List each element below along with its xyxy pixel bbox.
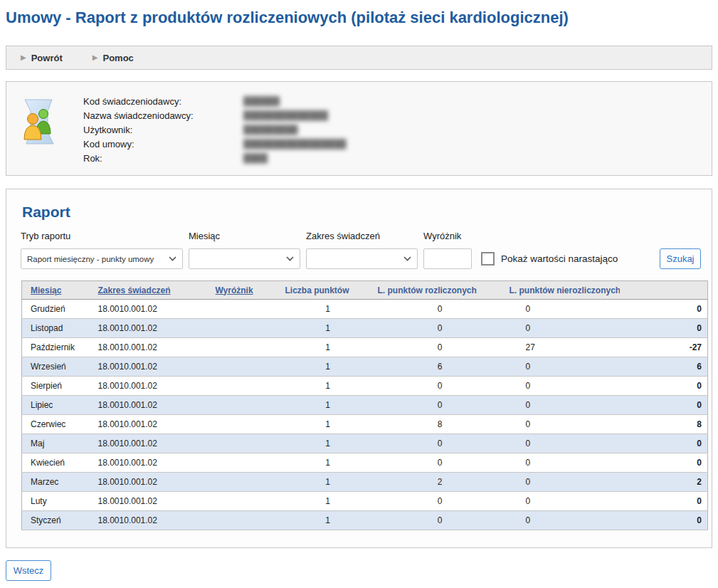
- cell-wyroznik: [207, 396, 282, 415]
- cell-punkty-nierozliczone: 27: [506, 338, 620, 357]
- cell-wyroznik: [207, 434, 282, 453]
- cell-punkty-rozliczone: 0: [374, 396, 506, 415]
- cell-punkty-rozliczone: 0: [374, 492, 506, 511]
- wyroznik-input[interactable]: [423, 248, 472, 269]
- cell-miesiac: Lipiec: [22, 396, 93, 415]
- report-table: Miesiąc Zakres świadczeń Wyróżnik Liczba…: [21, 280, 708, 530]
- cell-miesiac: Luty: [22, 492, 93, 511]
- filter-tryb-raportu: Tryb raportu Raport miesięczny - punkty …: [21, 231, 183, 269]
- info-row-kod-umowy: Kod umowy: █████████████████: [83, 137, 347, 151]
- szukaj-button[interactable]: Szukaj: [660, 248, 701, 269]
- cell-zakres-swiadczen: 18.0010.001.02: [93, 396, 207, 415]
- cell-zakres-swiadczen: 18.0010.001.02: [93, 377, 207, 396]
- cell-zakres-swiadczen: 18.0010.001.02: [93, 338, 207, 357]
- cell-saldo: 0: [620, 434, 708, 453]
- cell-punkty-nierozliczone: 0: [506, 319, 620, 338]
- cell-punkty-nierozliczone: 0: [506, 453, 620, 473]
- info-row-kod-swiadczeniodawcy: Kod świadczeniodawcy: ██████: [83, 94, 347, 108]
- field-label: Kod umowy:: [83, 139, 243, 149]
- cell-wyroznik: [207, 338, 282, 357]
- cell-punkty-nierozliczone: 0: [506, 492, 620, 511]
- cell-punkty-rozliczone: 0: [374, 434, 506, 453]
- cell-liczba-punktow: 1: [282, 453, 374, 473]
- toolbar-button-pomoc[interactable]: ▶ Pomoc: [93, 53, 134, 63]
- table-row: Listopad 18.0010.001.02 1 0 0 0: [22, 319, 708, 338]
- cell-wyroznik: [207, 357, 282, 377]
- table-row: Lipiec 18.0010.001.02 1 0 0 0: [22, 396, 708, 415]
- table-row: Kwiecień 18.0010.001.02 1 0 0 0: [22, 453, 708, 473]
- chevron-down-icon: [169, 256, 176, 261]
- cell-saldo: -27: [620, 338, 708, 357]
- cell-wyroznik: [207, 492, 282, 511]
- cell-saldo: 0: [620, 377, 708, 396]
- wyroznik-label: Wyróżnik: [423, 231, 472, 241]
- field-value-masked: ████: [243, 154, 268, 162]
- narastajaco-group: Pokaż wartości narastająco: [481, 248, 618, 269]
- report-table-header: Miesiąc Zakres świadczeń Wyróżnik Liczba…: [22, 281, 708, 300]
- field-value-masked: ██████: [243, 97, 280, 105]
- field-label: Rok:: [83, 153, 243, 164]
- provider-info-fields: Kod świadczeniodawcy: ██████ Nazwa świad…: [83, 93, 347, 165]
- column-header-punkty-rozliczone: L. punktów rozliczonych: [374, 281, 506, 300]
- toolbar: ▶ Powrót ▶ Pomoc: [6, 46, 712, 70]
- cell-saldo: 0: [620, 453, 708, 473]
- cell-wyroznik: [207, 473, 282, 492]
- report-panel: Raport Tryb raportu Raport miesięczny - …: [6, 189, 712, 548]
- zakres-swiadczen-select[interactable]: [306, 248, 418, 269]
- cell-punkty-nierozliczone: 0: [506, 357, 620, 377]
- column-header-zakres-swiadczen[interactable]: Zakres świadczeń: [93, 281, 207, 300]
- cell-miesiac: Październik: [22, 338, 93, 357]
- field-value-masked: ██████████████: [243, 111, 328, 120]
- cell-punkty-nierozliczone: 0: [506, 434, 620, 453]
- filter-wyroznik: Wyróżnik: [423, 231, 472, 269]
- tryb-raportu-select[interactable]: Raport miesięczny - punkty umowy: [21, 248, 183, 269]
- cell-punkty-rozliczone: 8: [374, 415, 506, 434]
- cell-punkty-nierozliczone: 0: [506, 473, 620, 492]
- column-header-punkty-nierozliczone: L. punktów nierozliczonych: [506, 281, 620, 300]
- report-heading: Raport: [22, 204, 702, 221]
- field-label: Nazwa świadczeniodawcy:: [83, 110, 243, 121]
- info-row-uzytkownik: Użytkownik: █████████: [83, 122, 347, 137]
- wstecz-button[interactable]: Wstecz: [6, 560, 51, 581]
- column-header-wyroznik[interactable]: Wyróżnik: [207, 281, 282, 300]
- cell-punkty-rozliczone: 0: [374, 377, 506, 396]
- cell-punkty-nierozliczone: 0: [506, 377, 620, 396]
- cell-liczba-punktow: 1: [282, 415, 374, 434]
- cell-wyroznik: [207, 511, 282, 530]
- cell-punkty-rozliczone: 0: [374, 338, 506, 357]
- cell-zakres-swiadczen: 18.0010.001.02: [93, 473, 207, 492]
- cell-punkty-rozliczone: 2: [374, 473, 506, 492]
- cell-saldo: 0: [620, 511, 708, 530]
- cell-zakres-swiadczen: 18.0010.001.02: [93, 511, 207, 530]
- column-header-miesiac[interactable]: Miesiąc: [22, 281, 93, 300]
- narastajaco-label: Pokaż wartości narastająco: [501, 253, 618, 264]
- cell-saldo: 6: [620, 357, 708, 377]
- field-label: Kod świadczeniodawcy:: [83, 96, 243, 107]
- narastajaco-checkbox[interactable]: [481, 252, 495, 266]
- cell-punkty-rozliczone: 0: [374, 319, 506, 338]
- cell-zakres-swiadczen: 18.0010.001.02: [93, 434, 207, 453]
- field-value-masked: █████████████████: [243, 140, 347, 148]
- cell-liczba-punktow: 1: [282, 492, 374, 511]
- cell-liczba-punktow: 1: [282, 338, 374, 357]
- cell-zakres-swiadczen: 18.0010.001.02: [93, 357, 207, 377]
- cell-miesiac: Styczeń: [22, 511, 93, 530]
- arrow-right-icon: ▶: [21, 54, 26, 61]
- cell-wyroznik: [207, 377, 282, 396]
- table-row: Luty 18.0010.001.02 1 0 0 0: [22, 492, 708, 511]
- cell-zakres-swiadczen: 18.0010.001.02: [93, 319, 207, 338]
- cell-punkty-rozliczone: 0: [374, 511, 506, 530]
- cell-wyroznik: [207, 453, 282, 473]
- table-row: Czerwiec 18.0010.001.02 1 8 0 8: [22, 415, 708, 434]
- cell-liczba-punktow: 1: [282, 434, 374, 453]
- cell-saldo: 8: [620, 415, 708, 434]
- miesiac-select[interactable]: [189, 248, 300, 269]
- toolbar-button-powrot[interactable]: ▶ Powrót: [21, 53, 63, 63]
- cell-liczba-punktow: 1: [282, 396, 374, 415]
- cell-liczba-punktow: 1: [282, 511, 374, 530]
- cell-wyroznik: [207, 319, 282, 338]
- cell-wyroznik: [207, 300, 282, 319]
- tryb-raportu-selected-value: Raport miesięczny - punkty umowy: [27, 255, 169, 263]
- cell-zakres-swiadczen: 18.0010.001.02: [93, 492, 207, 511]
- table-row: Maj 18.0010.001.02 1 0 0 0: [22, 434, 708, 453]
